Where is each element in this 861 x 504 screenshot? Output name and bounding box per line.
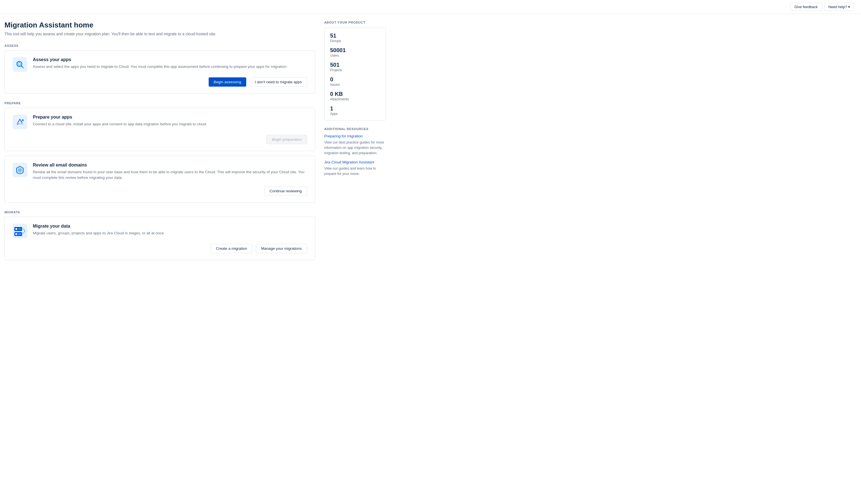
stats-card: 51 Groups 50001 Users 501 Projects 0 Iss… [324, 27, 386, 121]
continue-reviewing-button[interactable]: Continue reviewing [264, 186, 307, 196]
review-email-body: Review all email domains Review all the … [33, 163, 307, 181]
assess-apps-actions: Begin assessing I don't need to migrate … [13, 78, 307, 87]
prepare-section-label: PREPARE [4, 101, 315, 105]
review-email-card: Review all email domains Review all the … [4, 156, 315, 203]
svg-point-2 [18, 62, 21, 65]
prepare-apps-title: Prepare your apps [33, 115, 307, 120]
preparing-migration-link[interactable]: Preparing for migration [324, 134, 386, 138]
stat-projects-label: Projects [330, 68, 380, 72]
dont-need-migrate-button[interactable]: I don't need to migrate apps [250, 78, 307, 87]
prepare-apps-icon [13, 115, 27, 129]
stat-projects-number: 501 [330, 61, 380, 68]
assess-apps-desc: Assess and select the apps you need to m… [33, 64, 307, 70]
chevron-down-icon: ▾ [848, 5, 850, 9]
create-migration-button[interactable]: Create a migration [210, 244, 252, 253]
stat-groups-number: 51 [330, 32, 380, 39]
prepare-apps-body: Prepare your apps Connect to a cloud sit… [33, 115, 307, 127]
page-subtitle: This tool will help you assess and creat… [4, 32, 315, 36]
stat-groups-label: Groups [330, 39, 380, 43]
stat-attachments: 0 KB Attachments [330, 90, 380, 101]
svg-rect-11 [15, 233, 17, 235]
assess-apps-icon [13, 57, 27, 72]
additional-resources-label: ADDITIONAL RESOURCES [324, 127, 386, 131]
jira-cloud-assistant-desc: View our guides and learn how to prepare… [324, 166, 386, 177]
review-email-actions: Continue reviewing [13, 186, 307, 196]
svg-point-4 [17, 124, 18, 125]
migrate-section-label: MIGRATE [4, 211, 315, 214]
begin-assessing-button[interactable]: Begin assessing [209, 78, 246, 87]
main-layout: Migration Assistant home This tool will … [0, 14, 393, 275]
review-email-desc: Review all the email domains found in yo… [33, 169, 307, 181]
preparing-migration-desc: View our best practice guides for more i… [324, 140, 386, 156]
assess-apps-body: Assess your apps Assess and select the a… [33, 57, 307, 70]
content-area: Migration Assistant home This tool will … [4, 21, 315, 268]
stat-attachments-number: 0 KB [330, 90, 380, 97]
migrate-section: MIGRATE [4, 211, 315, 260]
about-product-label: ABOUT YOUR PRODUCT [324, 21, 386, 24]
prepare-apps-desc: Connect to a cloud site, install your ap… [33, 121, 307, 127]
sidebar: ABOUT YOUR PRODUCT 51 Groups 50001 Users… [324, 21, 386, 268]
assess-apps-title: Assess your apps [33, 57, 307, 62]
svg-line-1 [21, 66, 23, 68]
prepare-apps-card: Prepare your apps Connect to a cloud sit… [4, 108, 315, 151]
stat-apps: 1 Apps [330, 105, 380, 116]
need-help-button[interactable]: Need help? ▾ [824, 3, 855, 11]
review-email-title: Review all email domains [33, 163, 307, 168]
begin-preparation-button: Begin preparation [266, 135, 307, 144]
manage-migrations-button[interactable]: Manage your migrations [256, 244, 307, 253]
migrate-data-icon [13, 224, 27, 238]
need-help-label: Need help? [829, 5, 847, 9]
stat-users: 50001 Users [330, 47, 380, 57]
migrate-data-title: Migrate your data [33, 224, 307, 229]
assess-apps-card: Assess your apps Assess and select the a… [4, 50, 315, 94]
jira-cloud-assistant-link[interactable]: Jira Cloud Migration Assistant [324, 160, 386, 164]
give-feedback-button[interactable]: Give feedback [790, 3, 822, 11]
stat-apps-number: 1 [330, 105, 380, 112]
stat-attachments-label: Attachments [330, 97, 380, 101]
migrate-data-desc: Migrate users, groups, projects and apps… [33, 230, 307, 236]
stat-users-label: Users [330, 54, 380, 57]
resource-jira-cloud-assistant: Jira Cloud Migration Assistant View our … [324, 160, 386, 177]
stat-projects: 501 Projects [330, 61, 380, 72]
migrate-data-actions: Create a migration Manage your migration… [13, 244, 307, 253]
top-bar: Give feedback Need help? ▾ [0, 0, 861, 14]
prepare-section: PREPARE Prepare your apps [4, 101, 315, 203]
migrate-data-card: Migrate your data Migrate users, groups,… [4, 217, 315, 260]
migrate-data-body: Migrate your data Migrate users, groups,… [33, 224, 307, 236]
page-title: Migration Assistant home [4, 21, 315, 29]
stat-apps-label: Apps [330, 112, 380, 116]
resource-preparing-migration: Preparing for migration View our best pr… [324, 134, 386, 156]
review-email-icon [13, 163, 27, 177]
svg-rect-9 [15, 228, 17, 230]
assess-section: ASSESS Assess your apps Assess and selec… [4, 44, 315, 94]
stat-users-number: 50001 [330, 47, 380, 54]
assess-section-label: ASSESS [4, 44, 315, 47]
stat-issues: 0 Issues [330, 76, 380, 87]
stat-groups: 51 Groups [330, 32, 380, 43]
stat-issues-label: Issues [330, 83, 380, 87]
prepare-apps-actions: Begin preparation [13, 135, 307, 144]
stat-issues-number: 0 [330, 76, 380, 83]
